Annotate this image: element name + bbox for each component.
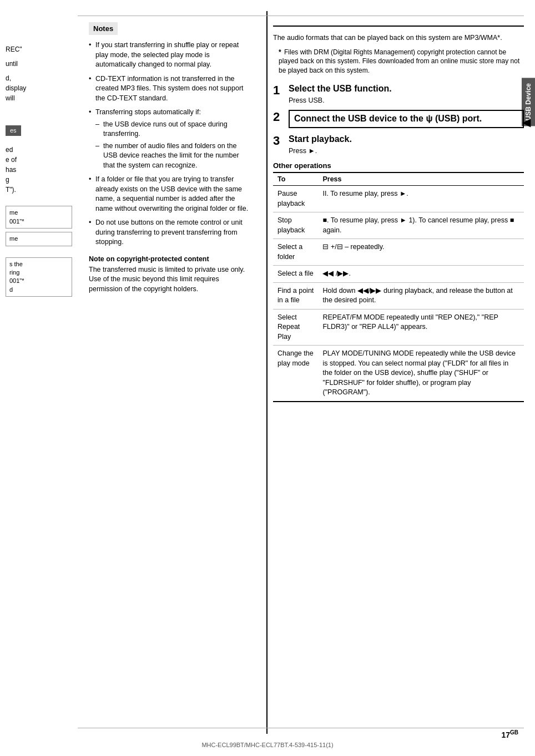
- step-3-number: 3: [273, 134, 289, 147]
- page-suffix: GB: [510, 729, 518, 735]
- row-7-to: Change the play mode: [273, 346, 318, 402]
- step-2-title: Connect the USB device to the ψ (USB) po…: [294, 113, 518, 125]
- footnote-star: *: [279, 48, 281, 56]
- step-3-content: Start playback. Press ►.: [289, 134, 524, 156]
- notes-list: If you start transferring in shuffle pla…: [89, 40, 250, 247]
- footer: MHC-ECL99BT/MHC-ECL77BT.4-539-415-11(1): [201, 742, 333, 748]
- page-number: 17GB: [501, 729, 518, 739]
- copyright-text: The transferred music is limited to priv…: [89, 265, 250, 295]
- usb-symbol: ψ: [426, 114, 432, 123]
- section-intro: The audio formats that can be played bac…: [273, 33, 524, 43]
- sidebar-rec: REC": [6, 44, 72, 54]
- step-2-number: 2: [273, 110, 289, 123]
- note-item-1: If you start transferring in shuffle pla…: [89, 40, 250, 70]
- step-2-box: Connect the USB device to the ψ (USB) po…: [289, 110, 524, 128]
- step-3-title: Start playback.: [289, 134, 524, 145]
- row-5-press: Hold down ◀◀/▶▶ during playback, and rel…: [318, 282, 524, 309]
- footnote-text: Files with DRM (Digital Rights Managemen…: [279, 48, 519, 75]
- page: REC" until d, display will es ed e of ha…: [0, 0, 535, 756]
- section-footnote: * Files with DRM (Digital Rights Managem…: [273, 48, 524, 75]
- sidebar-box-1-value: 001"*: [9, 217, 68, 226]
- sidebar-of: ed e of has g T").: [6, 145, 72, 195]
- row-4-to: Select a file: [273, 266, 318, 283]
- left-sidebar: REC" until d, display will es ed e of ha…: [0, 0, 78, 756]
- row-1-to: Pause playback: [273, 186, 318, 212]
- main-content: Notes If you start transferring in shuff…: [78, 0, 535, 756]
- sidebar-label-es: es: [6, 125, 21, 136]
- sidebar-box-1: me 001"*: [6, 206, 72, 229]
- table-row: Pause playback II. To resume play, press…: [273, 186, 524, 212]
- sidebar-box-2-label: me: [9, 235, 68, 243]
- sidebar-display: d, display will: [6, 73, 72, 103]
- step-1-number: 1: [273, 83, 289, 97]
- copyright-title: Note on copyright-protected content: [89, 255, 250, 263]
- row-7-press: PLAY MODE/TUNING MODE repeatedly while t…: [318, 346, 524, 402]
- row-6-press: REPEAT/FM MODE repeatedly until "REP ONE…: [318, 309, 524, 346]
- section-title: [273, 22, 524, 27]
- sidebar-box-1-label: me: [9, 209, 68, 217]
- step-3-sub: Press ►.: [289, 146, 524, 156]
- table-row: Find a point in a file Hold down ◀◀/▶▶ d…: [273, 282, 524, 309]
- row-2-to: Stop playback: [273, 212, 318, 239]
- step-1: 1 Select the USB function. Press USB.: [273, 83, 524, 105]
- sidebar-box-2: me: [6, 232, 72, 246]
- notes-column: Notes If you start transferring in shuff…: [78, 11, 261, 734]
- table-row: Select a folder ⊟ +/⊟ – repeatedly.: [273, 239, 524, 266]
- note-item-5: Do not use buttons on the remote control…: [89, 218, 250, 247]
- row-4-press: ◀◀ /▶▶.: [318, 266, 524, 283]
- row-6-to: Select Repeat Play: [273, 309, 318, 346]
- step-1-title: Select the USB function.: [289, 83, 524, 95]
- sidebar-box-3: s the ring 001"* d: [6, 257, 72, 297]
- table-row: Select Repeat Play REPEAT/FM MODE repeat…: [273, 309, 524, 346]
- playing-a-file-column: USB Device The audio formats that can be…: [266, 11, 535, 734]
- notes-title: Notes: [89, 22, 118, 35]
- margin-line-top: [78, 16, 524, 16]
- step-1-content: Select the USB function. Press USB.: [289, 83, 524, 105]
- note-sublist-3: the USB device runs out of space during …: [95, 120, 250, 171]
- step-2-arrow: ◀: [522, 115, 531, 129]
- row-1-press: II. To resume play, press ►.: [318, 186, 524, 212]
- col-header-press: Press: [318, 172, 524, 186]
- note-item-2: CD-TEXT information is not transferred i…: [89, 74, 250, 104]
- col-header-to: To: [273, 172, 318, 186]
- table-row: Change the play mode PLAY MODE/TUNING MO…: [273, 346, 524, 402]
- note-item-3: Transferring stops automatically if: the…: [89, 108, 250, 170]
- note-sub-3-1: the USB device runs out of space during …: [95, 120, 250, 139]
- table-row: Select a file ◀◀ /▶▶.: [273, 266, 524, 283]
- table-row: Stop playback ■. To resume play, press ►…: [273, 212, 524, 239]
- note-item-4: If a folder or file that you are trying …: [89, 175, 250, 214]
- table-header-row: To Press: [273, 172, 524, 186]
- step-1-sub: Press USB.: [289, 96, 524, 106]
- step-2-content: Connect the USB device to the ψ (USB) po…: [289, 110, 524, 131]
- ops-table: To Press Pause playback II. To resume pl…: [273, 172, 524, 402]
- note-sub-3-2: the number of audio files and folders on…: [95, 141, 250, 171]
- margin-line-bottom: [78, 728, 524, 728]
- sidebar-until: until: [6, 59, 72, 69]
- step-2: 2 Connect the USB device to the ψ (USB) …: [273, 110, 524, 131]
- sidebar-box-3-text: s the ring 001"* d: [9, 260, 68, 295]
- row-2-press: ■. To resume play, press ► 1). To cancel…: [318, 212, 524, 239]
- row-3-to: Select a folder: [273, 239, 318, 266]
- row-3-press: ⊟ +/⊟ – repeatedly.: [318, 239, 524, 266]
- other-ops-title: Other operations: [273, 161, 524, 170]
- row-5-to: Find a point in a file: [273, 282, 318, 309]
- step-3: 3 Start playback. Press ►.: [273, 134, 524, 156]
